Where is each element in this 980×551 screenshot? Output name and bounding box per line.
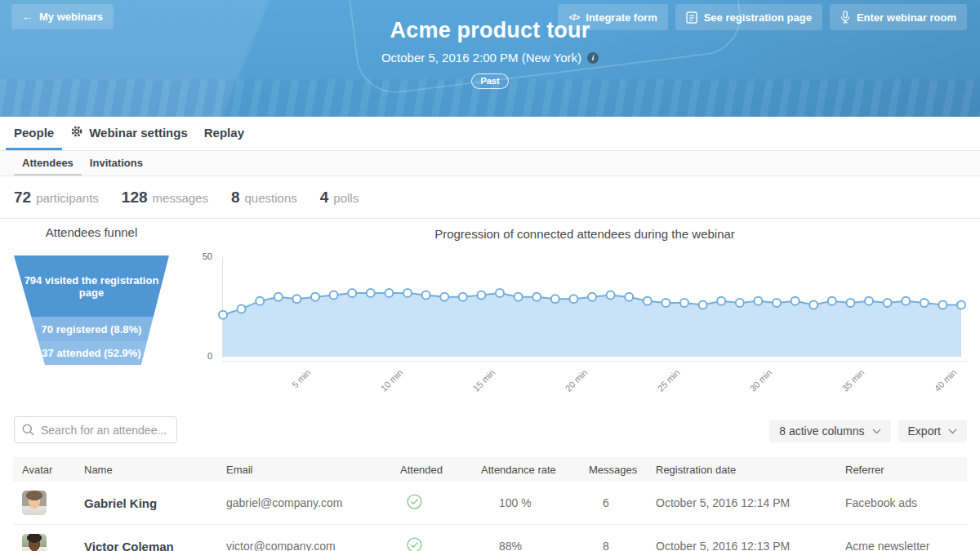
- messages-count: 6: [589, 496, 656, 509]
- export-dropdown[interactable]: Export: [898, 420, 967, 442]
- col-referrer: Referrer: [845, 464, 967, 476]
- search-input[interactable]: [14, 416, 177, 443]
- progression-chart-title: Progression of connected attendees durin…: [212, 227, 957, 241]
- stat-participants-label: participants: [36, 191, 99, 205]
- webinar-datetime-row: October 5, 2016 2:00 PM (New York) i: [0, 51, 980, 64]
- info-icon[interactable]: i: [587, 52, 599, 64]
- funnel-stage-visited-label: 794 visited the registration page: [14, 274, 169, 299]
- stat-participants-value: 72: [14, 189, 31, 207]
- attendee-name: Gabriel King: [84, 496, 226, 510]
- stat-polls-value: 4: [320, 189, 329, 207]
- search-box: [14, 416, 177, 443]
- funnel-stage-attended: 37 attended (52.9%): [14, 341, 169, 365]
- main-tabs: People Webinar settings Replay: [0, 117, 980, 151]
- stat-participants: 72 participants: [14, 189, 99, 207]
- col-attended: Attended: [400, 464, 481, 476]
- subtab-attendees[interactable]: Attendees: [14, 151, 82, 176]
- x-axis-labels: 5 min10 min15 min20 min25 min30 min35 mi…: [222, 362, 967, 408]
- col-messages: Messages: [589, 464, 656, 476]
- funnel-stage-visited: 794 visited the registration page: [14, 256, 169, 317]
- attended-check-icon: [407, 537, 422, 551]
- export-label: Export: [908, 424, 941, 438]
- funnel-stage-registered: 70 registered (8.8%): [14, 317, 169, 341]
- y-axis-tick-50: 50: [189, 251, 212, 261]
- webinar-dashboard: ← My webinars </> Integrate form See reg…: [0, 0, 980, 551]
- stat-polls: 4 polls: [320, 189, 359, 207]
- table-header: Avatar Name Email Attended Attendance ra…: [13, 457, 967, 482]
- sub-tabs: Attendees Invitations: [0, 151, 980, 176]
- stat-polls-label: polls: [333, 191, 359, 205]
- referrer: Acme newsletter: [845, 540, 967, 551]
- funnel-stage-attended-label: 37 attended (52.9%): [42, 347, 140, 359]
- stat-questions-value: 8: [231, 189, 240, 207]
- attendance-rate: 88%: [481, 540, 589, 551]
- active-columns-label: 8 active columns: [779, 424, 864, 438]
- registration-date: October 5, 2016 12:14 PM: [656, 496, 845, 509]
- gear-icon: [70, 125, 83, 140]
- tab-people-label: People: [14, 126, 54, 140]
- attendee-email: gabriel@company.com: [226, 496, 400, 509]
- stat-messages: 128 messages: [122, 189, 208, 207]
- y-axis-tick-0: 0: [199, 351, 212, 361]
- toolbar-buttons: 8 active columns Export: [769, 420, 967, 442]
- attended-check-icon: [407, 494, 422, 509]
- table-row[interactable]: Gabriel King gabriel@company.com 100 % 6…: [13, 482, 967, 525]
- stat-questions: 8 questions: [231, 189, 297, 207]
- attendance-rate: 100 %: [481, 496, 589, 509]
- tab-webinar-settings-label: Webinar settings: [89, 126, 188, 140]
- col-email: Email: [226, 464, 400, 476]
- avatar: [22, 534, 47, 551]
- registration-date: October 5, 2016 12:13 PM: [656, 540, 845, 551]
- tab-replay[interactable]: Replay: [196, 117, 252, 150]
- stats-row: 72 participants 128 messages 8 questions…: [0, 176, 980, 219]
- progression-chart-svg: [223, 257, 968, 357]
- tab-replay-label: Replay: [204, 126, 244, 140]
- col-attendance-rate: Attendance rate: [481, 464, 589, 476]
- tab-people[interactable]: People: [6, 117, 62, 150]
- stat-messages-value: 128: [122, 189, 148, 207]
- col-name: Name: [84, 464, 226, 476]
- funnel-chart-title: Attendees funnel: [14, 225, 169, 239]
- x-axis-baseline: [222, 361, 967, 362]
- avatar: [22, 491, 47, 515]
- stat-questions-label: questions: [245, 191, 297, 205]
- webinar-title: Acme product tour: [0, 18, 980, 43]
- stat-messages-label: messages: [153, 191, 208, 205]
- col-registration-date: Registration date: [656, 464, 845, 476]
- analytics-section: Attendees funnel 794 visited the registr…: [0, 219, 980, 408]
- webinar-header: ← My webinars </> Integrate form See reg…: [0, 0, 980, 117]
- search-icon: [22, 424, 34, 436]
- subtab-invitations[interactable]: Invitations: [82, 151, 151, 176]
- messages-count: 8: [589, 540, 656, 551]
- webinar-datetime: October 5, 2016 2:00 PM (New York): [381, 51, 581, 64]
- attendee-name: Victor Coleman: [84, 540, 226, 551]
- status-badge: Past: [471, 73, 508, 89]
- hero-center: Acme product tour October 5, 2016 2:00 P…: [0, 18, 980, 89]
- table-row[interactable]: Victor Coleman victor@company.com 88% 8 …: [13, 525, 967, 551]
- funnel-stage-registered-label: 70 registered (8.8%): [42, 323, 142, 335]
- col-avatar: Avatar: [22, 464, 84, 476]
- attendees-funnel: 794 visited the registration page 70 reg…: [14, 256, 169, 365]
- chevron-down-icon: [948, 429, 957, 434]
- progression-chart[interactable]: [222, 257, 967, 357]
- chevron-down-icon: [872, 429, 881, 434]
- attendees-table: Avatar Name Email Attended Attendance ra…: [13, 457, 967, 551]
- active-columns-dropdown[interactable]: 8 active columns: [769, 420, 890, 442]
- attendee-email: victor@company.com: [226, 540, 400, 551]
- tab-webinar-settings[interactable]: Webinar settings: [62, 117, 196, 150]
- referrer: Facebook ads: [845, 496, 967, 509]
- table-toolbar: 8 active columns Export: [0, 408, 980, 457]
